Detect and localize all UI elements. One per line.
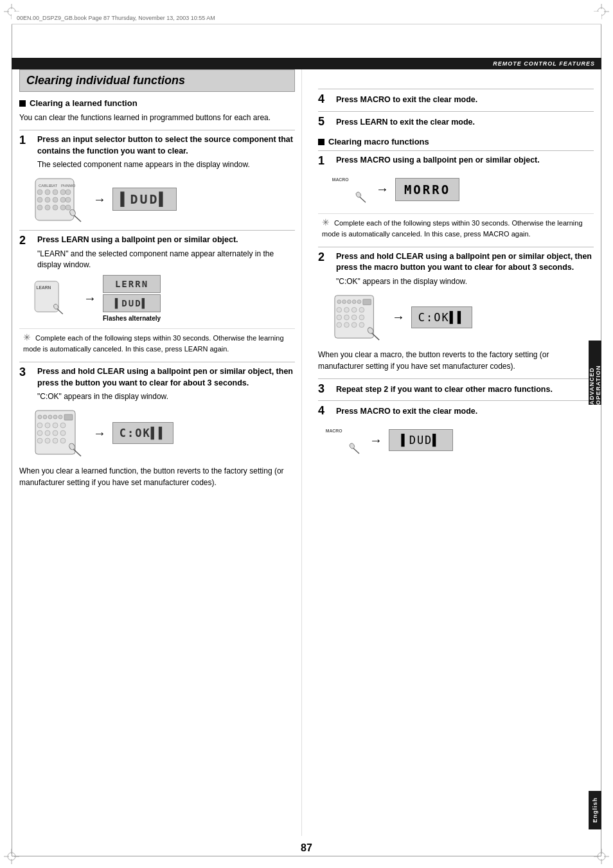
svg-text:PHNMO: PHNMO [61, 184, 76, 188]
svg-point-52 [37, 423, 42, 428]
left-step-1: 1 Press an input selector button to sele… [19, 130, 295, 224]
right-s3-text: Repeat step 2 if you want to clear other… [336, 383, 553, 396]
right-step-1: 1 Press MACRO using a ballpoint pen or s… [318, 150, 594, 207]
svg-point-28 [66, 190, 71, 195]
svg-point-31 [53, 197, 58, 202]
factory-note-left: When you clear a learned function, the b… [19, 465, 295, 488]
step3-header: 3 Press and hold CLEAR using a ballpoint… [19, 366, 295, 389]
svg-point-54 [53, 423, 58, 428]
svg-text:MACRO: MACRO [326, 429, 343, 433]
right-step-5: 5 Press LEARN to exit the clear mode. [318, 111, 594, 128]
arrow-2: → [84, 291, 96, 306]
svg-point-73 [352, 299, 356, 303]
bullet-icon-2 [318, 139, 324, 145]
svg-point-83 [359, 315, 364, 320]
main-content: Clearing individual functions Clearing a… [19, 69, 594, 836]
svg-point-86 [351, 323, 357, 328]
arrow-r2: → [392, 310, 405, 324]
svg-rect-75 [363, 299, 371, 305]
step3-diagram: → C:OK▌▌ [32, 407, 295, 459]
svg-point-29 [37, 197, 42, 202]
right-s1-text: Press MACRO using a ballpoint pen or sim… [336, 155, 540, 166]
svg-text:SAT: SAT [50, 184, 58, 188]
svg-point-72 [347, 299, 351, 303]
svg-point-36 [53, 205, 58, 210]
svg-point-81 [344, 315, 350, 320]
svg-point-30 [45, 197, 50, 202]
remote-macro-1: MACRO [331, 172, 369, 207]
svg-point-74 [357, 299, 361, 303]
svg-point-34 [37, 205, 42, 210]
chapter-header: REMOTE CONTROL FEATURES [12, 58, 601, 69]
svg-point-58 [53, 430, 58, 436]
file-info-bar: 00EN.00_DSPZ9_GB.book Page 87 Thursday, … [12, 12, 601, 24]
svg-point-59 [60, 430, 66, 436]
arrow-3: → [93, 426, 106, 441]
svg-point-25 [45, 190, 50, 195]
svg-point-70 [337, 299, 341, 303]
step1-header: 1 Press an input selector button to sele… [19, 134, 295, 157]
tip-icon-2: ✳ [322, 217, 330, 227]
advanced-operation-tab: ADVANCED OPERATION [589, 341, 601, 405]
right-step4-text: Press MACRO to exit the clear mode. [336, 93, 477, 106]
step3-num: 3 [19, 366, 32, 389]
right-step-3: 3 Repeat step 2 if you want to clear oth… [318, 378, 594, 396]
svg-point-87 [359, 323, 364, 328]
right-s1-num: 1 [318, 155, 331, 166]
step1-text: Press an input selector button to select… [37, 134, 295, 157]
lcd-display-1: ▌DUD▌ [112, 188, 177, 211]
left-step-2: 2 Press LEARN using a ballpoint pen or s… [19, 230, 295, 323]
english-tab: English [589, 791, 601, 829]
svg-point-55 [60, 423, 66, 428]
step1-num: 1 [19, 134, 32, 157]
svg-point-62 [53, 438, 58, 443]
lcd-cok-r2: C:OK▌▌ [411, 306, 472, 328]
file-info-text: 00EN.00_DSPZ9_GB.book Page 87 Thursday, … [17, 15, 215, 21]
svg-point-26 [53, 190, 58, 195]
svg-point-80 [337, 315, 342, 320]
svg-point-49 [53, 415, 57, 419]
step3-text: Press and hold CLEAR using a ballpoint p… [37, 366, 295, 389]
right-step2-diagram: → C:OK▌▌ [331, 292, 594, 342]
svg-point-68 [355, 191, 362, 199]
lcd-learn: LERRN [103, 275, 161, 293]
step2-diagram: LEARN → LERRN ▌DUD▌ Flashes alternately [32, 275, 295, 322]
right-step5-num: 5 [318, 116, 331, 128]
right-s2-text: Press and hold CLEAR using a ballpoint p… [336, 251, 594, 274]
svg-point-56 [37, 430, 42, 436]
english-tab-text: English [592, 797, 598, 823]
right-s1-header: 1 Press MACRO using a ballpoint pen or s… [318, 155, 594, 166]
right-s2-num: 2 [318, 251, 331, 274]
factory-note-right: When you clear a macro, the button rever… [318, 349, 594, 372]
right-s3-num: 3 [318, 383, 331, 396]
tip-text-1: Complete each of the following steps wit… [23, 334, 284, 353]
page-number: 87 [301, 842, 312, 854]
subsection-learned-desc: You can clear the functions learned in p… [19, 112, 295, 123]
right-step-2: 2 Press and hold CLEAR using a ballpoint… [318, 247, 594, 342]
lcd-final-dud: ▌DUD▌ [389, 429, 453, 451]
right-final-diagram: MACRO → ▌DUD▌ [324, 423, 594, 458]
arrow-final: → [369, 433, 382, 448]
advanced-tab-text: ADVANCED OPERATION [589, 341, 601, 405]
svg-point-50 [58, 415, 62, 419]
svg-point-85 [344, 323, 350, 328]
svg-rect-51 [64, 414, 73, 420]
svg-point-76 [337, 307, 342, 312]
subsection-learned-title: Clearing a learned function [30, 98, 138, 108]
svg-point-77 [344, 307, 350, 312]
lcd-macro: MORRO [395, 178, 459, 201]
subsection-macro-heading: Clearing macro functions [318, 137, 594, 146]
tip-box-2: ✳ Complete each of the following steps w… [318, 213, 594, 242]
subsection-macro-title: Clearing macro functions [328, 137, 429, 146]
page-footer: 87 [0, 842, 613, 854]
step2-text: Press LEARN using a ballpoint pen or sim… [37, 235, 238, 246]
step1-desc: The selected component name appears in t… [37, 159, 295, 170]
right-step-4: 4 Press MACRO to exit the clear mode. [318, 89, 594, 106]
step2-num: 2 [19, 235, 32, 246]
svg-point-37 [60, 205, 66, 210]
svg-point-33 [66, 197, 71, 202]
right-s4-num: 4 [318, 405, 331, 418]
svg-text:CABLE: CABLE [39, 184, 51, 188]
right-s2-header: 2 Press and hold CLEAR using a ballpoint… [318, 251, 594, 274]
section-title-box: Clearing individual functions [19, 69, 295, 92]
